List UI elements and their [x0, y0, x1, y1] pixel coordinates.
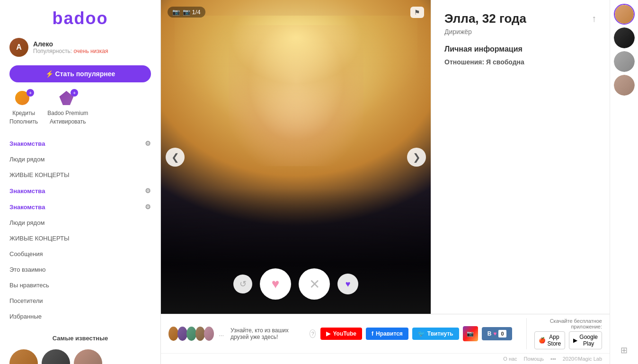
logo-container: badoo: [0, 0, 160, 33]
facebook-label: Нравится: [376, 330, 403, 337]
nav-item-visitors[interactable]: Посетители: [0, 293, 160, 309]
premium-badge: +: [71, 89, 78, 97]
grid-icon[interactable]: ⊞: [620, 345, 628, 360]
thumb-4[interactable]: [614, 75, 635, 96]
superlike-button[interactable]: ♥: [337, 274, 358, 294]
photo-count: 📷 1/4: [183, 9, 201, 16]
share-button[interactable]: ↑: [592, 13, 596, 24]
profile-job: Дирижёр: [444, 28, 596, 36]
photo-flag-button[interactable]: ⚑: [410, 7, 424, 18]
user-info: Алеко Популярность: очень низкая: [33, 40, 108, 54]
footer-help[interactable]: Помощь: [524, 356, 544, 362]
more-dots: ...: [219, 330, 224, 337]
vk-count: 0: [498, 330, 506, 337]
nav-item-mutual[interactable]: Это взаимно: [0, 262, 160, 277]
nav-label: Сообщения: [9, 250, 43, 257]
nav-label: Знакомства: [9, 140, 45, 147]
footer-more[interactable]: •••: [550, 356, 556, 362]
popular-button[interactable]: ⚡ Стать популярнее: [9, 65, 151, 82]
dislike-button[interactable]: ✕: [299, 268, 330, 300]
bottom-section: ... Узнайте, кто из ваших друзей уже зде…: [161, 314, 610, 364]
filter-icon-3[interactable]: ⚙: [145, 203, 151, 211]
action-buttons: ↺ ♥ ✕ ♥: [233, 268, 358, 300]
famous-avatars: [0, 346, 160, 364]
nav-label: Люди рядом: [9, 156, 44, 163]
user-name: Алеко: [33, 40, 108, 48]
nav-label: Это взаимно: [9, 266, 46, 273]
thumb-2[interactable]: [614, 27, 635, 48]
premium-icon: +: [59, 91, 76, 108]
nav-item-dating-2[interactable]: Знакомства ⚙: [0, 183, 160, 199]
nav-item-concerts-2[interactable]: ЖИВЫЕ КОНЦЕРТЫ: [0, 231, 160, 246]
instagram-button[interactable]: 📷: [463, 326, 478, 341]
nav-label: Люди рядом: [9, 219, 44, 226]
camera-icon: 📷: [172, 9, 180, 16]
relation-label: Отношения:: [444, 58, 484, 66]
avatar: А: [9, 38, 28, 57]
youtube-label: YouTube: [333, 330, 356, 337]
photo-background: [161, 0, 431, 314]
facebook-button[interactable]: f Нравится: [366, 328, 408, 340]
photo-card: 📷 📷 1/4 ⚑ ❮ ❯ ↺ ♥ ✕ ♥: [161, 0, 431, 314]
social-buttons: ▶ YouTube f Нравится 🐦 Твитнуть 📷: [320, 326, 512, 341]
app-download: Скачайте бесплатное приложение: 🍎 App St…: [526, 318, 602, 349]
thumb-3[interactable]: [614, 51, 635, 72]
twitter-icon: 🐦: [418, 330, 425, 337]
nav-item-liked[interactable]: Вы нравитесь: [0, 277, 160, 293]
friend-thumb-5: [204, 327, 214, 341]
twitter-button[interactable]: 🐦 Твитнуть: [412, 328, 459, 340]
right-sidebar: ⊞: [610, 0, 638, 364]
app-store-button[interactable]: 🍎 App Store: [534, 331, 566, 349]
relation-value: Я свободна: [486, 58, 524, 66]
famous-avatar-2[interactable]: [42, 349, 70, 364]
premium-action: Активировать: [50, 118, 86, 125]
user-popularity: Популярность: очень низкая: [33, 48, 108, 54]
nav-label: ЖИВЫЕ КОНЦЕРТЫ: [9, 171, 70, 178]
vk-heart-icon: ♥: [493, 330, 496, 337]
friends-question-icon[interactable]: ?: [310, 329, 316, 338]
badoo-logo: badoo: [53, 9, 108, 28]
famous-avatar-1[interactable]: [9, 349, 38, 364]
nav-label: Посетители: [9, 297, 43, 304]
credits-item[interactable]: + Кредиты Пополнить: [9, 91, 38, 125]
famous-avatar-3[interactable]: [74, 349, 102, 364]
friend-thumb-2: [177, 327, 187, 341]
photo-next-button[interactable]: ❯: [407, 148, 426, 167]
bottom-row: ... Узнайте, кто из ваших друзей уже зде…: [161, 314, 610, 353]
facebook-icon: f: [372, 330, 373, 337]
filter-icon[interactable]: ⚙: [145, 140, 151, 147]
nav-item-dating-1[interactable]: Знакомства ⚙: [0, 135, 160, 151]
nav-item-nearby-1[interactable]: Люди рядом: [0, 151, 160, 167]
nav-item-favorites[interactable]: Избранные: [0, 309, 160, 324]
thumb-1[interactable]: [614, 4, 635, 25]
main-row: 📷 📷 1/4 ⚑ ❮ ❯ ↺ ♥ ✕ ♥ Элла: [161, 0, 610, 314]
like-button[interactable]: ♥: [260, 268, 291, 300]
undo-button[interactable]: ↺: [233, 275, 252, 293]
footer-row: О нас Помощь ••• 2020©Magic Lab: [161, 353, 610, 364]
nav-item-nearby-2[interactable]: Люди рядом: [0, 215, 160, 231]
friends-preview: ... Узнайте, кто из ваших друзей уже зде…: [168, 327, 316, 341]
filter-icon-2[interactable]: ⚙: [145, 187, 151, 195]
nav-label: Вы нравитесь: [9, 282, 49, 289]
left-sidebar: badoo А Алеко Популярность: очень низкая…: [0, 0, 161, 364]
nav-item-dating-3[interactable]: Знакомства ⚙: [0, 199, 160, 215]
photo-prev-button[interactable]: ❮: [166, 148, 185, 167]
google-play-label: Google Play: [579, 334, 598, 347]
premium-label: Badoo Premium: [47, 110, 88, 116]
youtube-button[interactable]: ▶ YouTube: [320, 328, 362, 340]
vk-button[interactable]: В ♥ 0: [482, 327, 512, 340]
app-store-label: App Store: [548, 334, 561, 347]
premium-item[interactable]: + Badoo Premium Активировать: [47, 91, 88, 125]
profile-relation: Отношения: Я свободна: [444, 58, 596, 66]
user-section: А Алеко Популярность: очень низкая: [0, 33, 160, 62]
nav-label: Знакомства: [9, 187, 45, 195]
friend-thumb-4: [195, 327, 205, 341]
google-play-button[interactable]: ▶ Google Play: [569, 331, 602, 349]
youtube-icon: ▶: [326, 330, 330, 337]
app-download-title: Скачайте бесплатное приложение:: [534, 318, 602, 329]
nav-item-concerts-1[interactable]: ЖИВЫЕ КОНЦЕРТЫ: [0, 167, 160, 183]
nav-label: ЖИВЫЕ КОНЦЕРТЫ: [9, 235, 70, 242]
credits-action: Пополнить: [9, 118, 38, 125]
nav-item-messages[interactable]: Сообщения: [0, 246, 160, 262]
footer-about[interactable]: О нас: [503, 356, 517, 362]
